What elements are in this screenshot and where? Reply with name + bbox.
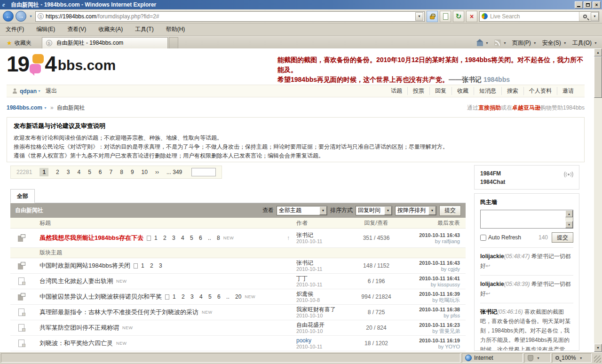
address-field[interactable]: S https://1984bbs.com/forumdisplay.php?f… [35, 11, 425, 22]
filter-submit-button[interactable]: 提交 [439, 206, 461, 216]
resize-grip[interactable] [594, 356, 601, 363]
page-link[interactable]: 3 [67, 169, 70, 175]
maximize-button[interactable] [584, 1, 592, 8]
search-box[interactable]: ▼ [479, 11, 599, 22]
menu-file[interactable]: 文件(F) [6, 25, 24, 33]
close-button[interactable]: × [593, 1, 601, 8]
page-menu-button[interactable]: 页面(P)▼ [512, 39, 538, 47]
menu-view[interactable]: 查看(V) [67, 25, 86, 33]
page-link[interactable]: 7 [110, 169, 113, 175]
topic-title-link[interactable]: 台湾民主化掀起人妻出轨潮 [40, 277, 113, 285]
donate-amazon-link[interactable]: 卓越亚马逊 [512, 104, 540, 111]
menu-help[interactable]: 帮助(H) [166, 25, 185, 33]
scrollbar-thumb[interactable] [594, 56, 602, 98]
page-link[interactable]: 5 [88, 169, 91, 175]
page-link[interactable]: 10 [142, 169, 148, 175]
author-link[interactable]: 张书记 [296, 232, 353, 238]
page-link[interactable]: 4 [77, 169, 80, 175]
page-link[interactable]: 9 [131, 169, 134, 175]
nav-replies[interactable]: 回复 [429, 87, 452, 95]
author-link[interactable]: 我家旺财有喜了 [296, 306, 353, 313]
author-link[interactable]: 炽鸢侯 [296, 291, 353, 297]
chat-link[interactable]: 1984Chat [480, 178, 573, 186]
page-link[interactable]: 2 [56, 169, 59, 175]
nav-search[interactable]: 搜索 [501, 87, 523, 95]
lastpost-author-link[interactable]: by 雷曼兄弟 [400, 328, 460, 334]
chat-username-link[interactable]: lolijackie [480, 253, 504, 260]
security-lock-button[interactable] [427, 11, 438, 22]
author-link[interactable]: 张书记 [296, 260, 353, 266]
page-next-link[interactable]: ›› [155, 169, 159, 175]
topic-page-links[interactable]: 1 2 3 [141, 262, 162, 269]
site-logo[interactable]: 19 4 bbs.com [7, 53, 116, 75]
stop-button[interactable]: × [466, 11, 477, 22]
scroll-up-icon[interactable]: ▲ [565, 210, 573, 217]
feeds-button[interactable]: ▼ [494, 40, 507, 46]
address-dropdown-button[interactable]: ▼ [415, 12, 423, 21]
reply-icon[interactable]: ↩ [486, 263, 490, 269]
scroll-down-icon[interactable]: ▼ [565, 221, 573, 228]
scrollbar-up-icon[interactable]: ▲ [594, 48, 602, 56]
wall-scrollbar[interactable]: ▲ ▼ [565, 210, 573, 228]
tab-all[interactable]: 全部 [10, 189, 35, 203]
sort-order-dropdown-icon[interactable]: ▼ [428, 206, 436, 215]
search-input[interactable] [490, 13, 579, 20]
nav-invite[interactable]: 邀请 [557, 87, 579, 95]
protected-mode-panel[interactable]: ▼ [524, 353, 551, 363]
home-dropdown-icon[interactable]: ▼ [485, 41, 489, 45]
new-tab-button[interactable] [169, 37, 178, 48]
reply-icon[interactable]: ↩ [486, 291, 490, 296]
wall-textarea[interactable] [481, 210, 565, 228]
page-jump-input[interactable] [191, 168, 216, 176]
zoom-dropdown-icon[interactable]: ▼ [579, 356, 583, 360]
topic-title-link[interactable]: 刘晓波：和平奖给六四亡灵 [40, 339, 113, 348]
zoom-panel[interactable]: 100% ▼ [552, 353, 592, 363]
tools-menu-button[interactable]: 工具(O)▼ [572, 39, 598, 47]
page-link[interactable]: 8 [120, 169, 123, 175]
back-button[interactable]: ← [3, 11, 14, 22]
search-button[interactable] [579, 12, 591, 21]
topic-title-link[interactable]: 真理部最新指令：吉林大学不准接受任何关于刘晓波的采访 [40, 308, 198, 317]
forward-button[interactable]: → [16, 11, 26, 22]
nav-profile[interactable]: 个人资料 [523, 87, 557, 95]
sort-field-dropdown-icon[interactable]: ▼ [384, 206, 392, 215]
nav-topics[interactable]: 话题 [386, 87, 407, 95]
lastpost-author-link[interactable]: by cgjdy [400, 266, 460, 272]
protected-mode-dropdown-icon[interactable]: ▼ [537, 356, 540, 360]
lastpost-author-link[interactable]: by YOYO [400, 344, 460, 350]
sort-field-select[interactable]: 回复时间▼ [356, 206, 392, 215]
nav-polls[interactable]: 投票 [407, 87, 429, 95]
fm-link[interactable]: 1984FM [480, 169, 573, 178]
menu-favorites[interactable]: 收藏夹(A) [98, 25, 123, 33]
chat-username-link[interactable]: lolijackie [480, 281, 504, 287]
nav-messages[interactable]: 短消息 [474, 87, 501, 95]
nav-favorites[interactable]: 收藏 [452, 87, 474, 95]
refresh-button[interactable]: ↻ [453, 11, 464, 22]
tab-active[interactable]: S 自由新闻社 - 1984bbs.com [42, 37, 168, 48]
lastpost-author-link[interactable]: by ralfjiang [400, 238, 460, 245]
lastpost-author-link[interactable]: by pfss [400, 313, 460, 319]
lastpost-author-link[interactable]: by 吃喝玩乐 [400, 297, 460, 303]
lastpost-author-link[interactable]: by kisspussy [400, 282, 460, 288]
sort-order-select[interactable]: 按降序排列▼ [395, 206, 436, 215]
breadcrumb-dropdown-icon[interactable]: ▼ [44, 106, 47, 110]
history-dropdown-icon[interactable]: ▼ [29, 15, 32, 18]
page-link[interactable]: 6 [99, 169, 102, 175]
topic-title-link[interactable]: 中国被囚禁异议人士刘晓波获得诺贝尔和平奖 [40, 293, 162, 301]
menu-edit[interactable]: 编辑(E) [36, 25, 55, 33]
vertical-scrollbar[interactable]: ▲ ▼ [594, 48, 602, 352]
username-dropdown-icon[interactable]: ▼ [38, 89, 41, 93]
topic-title-link[interactable]: 共军某防空团叫停不正规称谓 [40, 324, 119, 332]
donate-direct-link[interactable]: 直接捐助 [478, 104, 501, 111]
author-link[interactable]: 自由花盛开 [296, 322, 353, 328]
menu-tools[interactable]: 工具(T) [135, 25, 153, 33]
topic-page-links[interactable]: 1 2 3 4 5 6 .. 20 [173, 293, 241, 300]
topic-title-link[interactable]: 虽然我想尽我所能让1984bbs存在下去 [40, 234, 143, 242]
scrollbar-down-icon[interactable]: ▼ [594, 344, 602, 352]
search-options-dropdown[interactable]: ▼ [591, 12, 599, 21]
topic-page-links[interactable]: 1 2 3 4 5 6 .. 8 [154, 235, 220, 241]
breadcrumb-site-link[interactable]: 1984bbs.com [7, 104, 42, 111]
page-last-link[interactable]: ... 349 [166, 169, 182, 175]
view-filter-select[interactable]: 全部主题▼ [277, 206, 327, 215]
author-link[interactable]: 丁丁 [296, 275, 353, 282]
